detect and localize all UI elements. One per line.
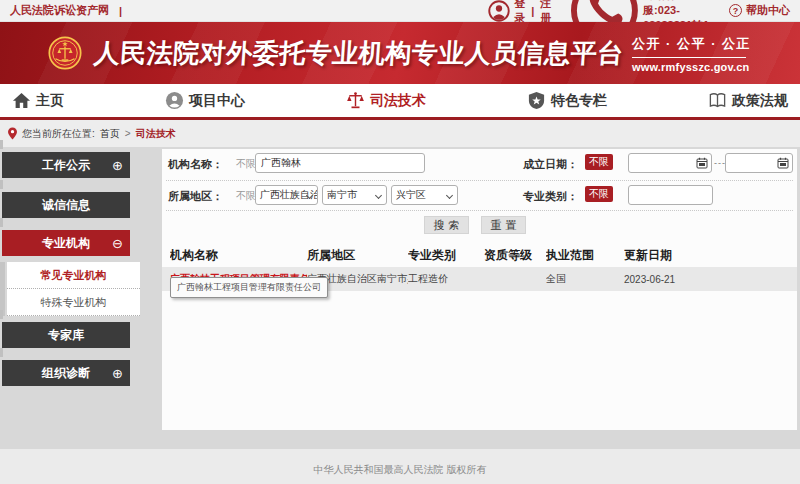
location-pin-icon	[8, 127, 17, 140]
col-org-name: 机构名称	[170, 247, 307, 264]
founded-any-button[interactable]: 不限	[585, 154, 613, 170]
primary-nav: 主页 项目中心 司法技术	[0, 84, 800, 120]
slogan-text: 公开 · 公平 · 公正	[632, 35, 746, 53]
breadcrumb-prefix: 您当前所在位置:	[22, 127, 95, 141]
book-icon	[708, 91, 727, 110]
founded-date-label: 成立日期：	[523, 157, 578, 172]
portal-site-link[interactable]: 人民法院诉讼资产网	[10, 3, 109, 18]
nav-item-projects[interactable]: 项目中心	[161, 91, 249, 110]
court-emblem-logo	[48, 36, 82, 70]
category-input[interactable]	[628, 185, 713, 205]
footer: 中华人民共和国最高人民法院 版权所有	[0, 449, 800, 484]
sidebar-item-professional-orgs[interactable]: 专业机构 ⊖	[2, 230, 130, 256]
district-select-value: 兴宁区	[396, 188, 426, 202]
reset-button[interactable]: 重置	[481, 216, 526, 234]
sidebar: 工作公示 ⊕ 诚信信息 专业机构 ⊖ 常见专业机构 特殊专业机构 专家库 组织诊…	[0, 152, 160, 400]
province-select[interactable]: 广西壮族自治区	[255, 185, 318, 205]
row-category: 工程造价	[408, 272, 484, 286]
col-grade: 资质等级	[484, 247, 546, 264]
slogan-divider	[632, 57, 746, 58]
site-banner: 人民法院对外委托专业机构专业人员信息平台 公开 · 公平 · 公正 www.rm…	[0, 22, 800, 84]
circle-plus-icon: ⊕	[112, 159, 123, 172]
slogan-box: 公开 · 公平 · 公正 www.rmfysszc.gov.cn	[632, 35, 746, 73]
table-header: 机构名称 所属地区 专业类别 资质等级 执业范围 更新日期	[162, 243, 797, 267]
city-select-value: 南宁市	[327, 188, 357, 202]
district-select[interactable]: 兴宁区	[391, 185, 458, 205]
calendar-icon	[777, 157, 789, 169]
col-updated: 更新日期	[624, 247, 789, 264]
col-category: 专业类别	[408, 247, 484, 264]
form-divider	[166, 180, 793, 181]
nav-item-home[interactable]: 主页	[8, 91, 68, 110]
sidebar-item-expert-pool[interactable]: 专家库	[2, 322, 130, 348]
founded-date-start-input[interactable]	[628, 153, 712, 173]
nav-item-policies[interactable]: 政策法规	[704, 91, 792, 110]
sidebar-item-work-publicity[interactable]: 工作公示 ⊕	[2, 152, 130, 178]
col-scope: 执业范围	[546, 247, 624, 264]
scales-icon	[346, 91, 365, 110]
help-group: ? 帮助中心	[729, 3, 790, 18]
col-region: 所属地区	[307, 247, 408, 264]
org-name-label: 机构名称：	[168, 157, 223, 172]
city-select[interactable]: 南宁市	[322, 185, 387, 205]
topbar-divider: |	[119, 5, 122, 17]
calendar-icon	[696, 157, 708, 169]
category-any-button[interactable]: 不限	[585, 186, 613, 202]
user-icon	[488, 0, 510, 22]
project-center-icon	[165, 91, 184, 110]
row-updated: 2023-06-21	[624, 274, 789, 285]
sidebar-item-label: 专家库	[48, 327, 84, 344]
circle-plus-icon: ⊕	[112, 367, 123, 380]
home-icon	[12, 91, 31, 110]
sidebar-item-label: 工作公示	[42, 157, 90, 174]
copyright-text: 中华人民共和国最高人民法院 版权所有	[314, 464, 487, 475]
org-name-tooltip: 广西翰林工程项目管理有限责任公司	[170, 277, 328, 298]
login-register-sep: |	[531, 5, 534, 17]
sidebar-item-label: 专业机构	[42, 235, 90, 252]
circle-minus-icon: ⊖	[112, 237, 123, 250]
help-icon: ?	[729, 4, 742, 17]
row-scope: 全国	[546, 272, 624, 286]
sidebar-item-org-diagnosis[interactable]: 组织诊断 ⊕	[2, 360, 130, 386]
sidebar-submenu: 常见专业机构 特殊专业机构	[7, 262, 140, 316]
org-name-any-option[interactable]: 不限	[236, 157, 256, 171]
chevron-down-icon	[375, 192, 382, 199]
submenu-item-special-orgs[interactable]: 特殊专业机构	[7, 289, 140, 316]
sidebar-item-label: 组织诊断	[42, 365, 90, 382]
page: 人民法院诉讼资产网 | 登录 | 注册 网站客服:023-63088881转1	[0, 0, 800, 484]
org-name-input[interactable]	[255, 153, 425, 173]
region-any-option[interactable]: 不限	[236, 189, 256, 203]
form-divider	[166, 210, 793, 211]
top-utility-bar: 人民法院诉讼资产网 | 登录 | 注册 网站客服:023-63088881转1	[0, 0, 800, 22]
nav-item-label: 司法技术	[370, 92, 426, 110]
category-label: 专业类别：	[523, 189, 578, 204]
region-label: 所属地区：	[168, 189, 223, 204]
nav-item-label: 项目中心	[189, 92, 245, 110]
sidebar-item-label: 诚信信息	[42, 197, 90, 214]
breadcrumb-home[interactable]: 首页	[100, 127, 120, 141]
nav-item-label: 政策法规	[732, 92, 788, 110]
breadcrumb-separator: >	[125, 128, 131, 139]
sidebar-item-credit-info[interactable]: 诚信信息	[2, 192, 130, 218]
nav-item-judicial-tech[interactable]: 司法技术	[342, 91, 430, 110]
badge-shield-icon	[527, 91, 546, 110]
submenu-item-common-orgs[interactable]: 常见专业机构	[7, 262, 140, 289]
breadcrumb: 您当前所在位置: 首页 > 司法技术	[0, 120, 800, 147]
nav-item-label: 主页	[36, 92, 64, 110]
breadcrumb-current[interactable]: 司法技术	[136, 127, 176, 141]
site-url: www.rmfysszc.gov.cn	[632, 61, 746, 73]
chevron-down-icon	[446, 192, 453, 199]
help-link[interactable]: 帮助中心	[746, 3, 790, 18]
founded-date-end-input[interactable]	[725, 153, 793, 173]
page-title: 人民法院对外委托专业机构专业人员信息平台	[92, 22, 626, 84]
nav-item-label: 特色专栏	[551, 92, 607, 110]
search-button[interactable]: 搜索	[424, 216, 469, 234]
nav-item-featured[interactable]: 特色专栏	[523, 91, 611, 110]
content-card: 机构名称： 不限 成立日期： 不限 --- 所属地区： 不限	[162, 149, 797, 430]
